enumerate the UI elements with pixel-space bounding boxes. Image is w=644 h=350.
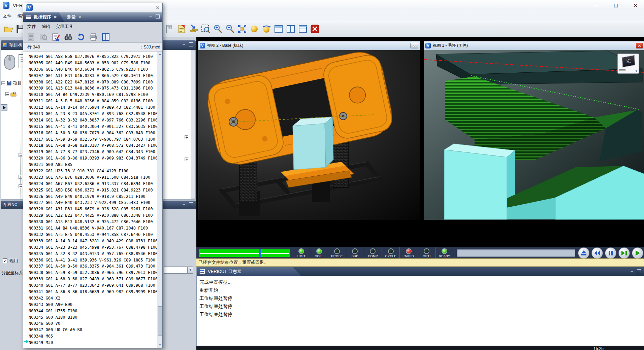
nc-code-line[interactable]: N00347 G00 U0 C0 A0 B0 <box>29 327 157 333</box>
menu-item[interactable]: 编辑 <box>41 24 50 30</box>
menu-item[interactable]: 文件 <box>3 13 11 19</box>
status-led-button[interactable]: CYCLE <box>382 247 399 258</box>
tree-node-setup[interactable] <box>5 92 17 97</box>
status-led-button[interactable]: SUB <box>346 247 364 258</box>
machine-view-close-button[interactable]: ✕ <box>410 43 418 48</box>
play-button[interactable] <box>632 247 643 259</box>
stock-view-close-button[interactable]: ✕ <box>636 43 643 48</box>
nc-code-line[interactable]: N00313 G01 A-23 B-23 U45.8701 V-893.768 … <box>29 111 157 117</box>
progress-position-marker[interactable] <box>259 249 261 257</box>
close-view-icon[interactable] <box>310 24 320 34</box>
nc-code-line[interactable]: N00335 G01 A-32 B-32 U43.0153 V-957.765 … <box>29 251 157 257</box>
nc-code-line[interactable]: N00306 G01 A40 B40 U43.6034 V-862.5 C79.… <box>29 66 157 73</box>
nc-code-line[interactable]: N00333 G01 A-14 B-14 U47.3281 V-949.429 … <box>29 238 157 244</box>
view-orientation-widget[interactable]: 左 ▼ <box>617 54 639 74</box>
nc-code-line[interactable]: N00341 G01 A-86 B-86 U18.6689 V-969.982 … <box>29 289 157 295</box>
split-pane-layout-icon[interactable] <box>298 24 308 34</box>
step-forward-button[interactable] <box>618 247 630 259</box>
panel-minimize-icon[interactable]: ─ <box>630 269 634 274</box>
nc-code-line[interactable]: N00309 G01 A13 B13 U48.8836 V-875.473 C8… <box>29 85 157 92</box>
orientation-plane-icon[interactable]: 左 <box>622 55 635 68</box>
tree-expand-icon[interactable] <box>185 158 188 161</box>
tree-expand-icon[interactable] <box>185 135 188 139</box>
close-button[interactable]: ✕ <box>631 3 641 9</box>
nc-code-line[interactable]: N00328 G01 A31 B31 U45.6679 V-926.528 C8… <box>29 206 157 212</box>
nc-code-line[interactable]: N00315 G01 A-41 B-41 U40.3064 V-901.327 … <box>29 124 157 130</box>
nc-code-line[interactable]: N00336 G01 A-41 B-41 U39.936 V-961.326 C… <box>29 257 157 264</box>
nc-code-line[interactable]: N00344 G01 U755 F100 <box>29 308 157 314</box>
nc-code-line[interactable]: N00349 M30 <box>29 340 157 346</box>
zoom-window-icon[interactable] <box>201 24 211 34</box>
zoom-in-icon[interactable] <box>213 24 223 34</box>
nc-code-line[interactable]: N00304 G01 A58 B58 U37.0076 V-855.822 C7… <box>29 54 157 60</box>
nc-scrollbar[interactable]: ▲ ▼ <box>157 51 162 348</box>
scroll-up-icon[interactable]: ▲ <box>157 51 163 57</box>
nc-code-line[interactable]: N00343 G00 A90 B90 <box>29 302 157 308</box>
nc-listing-area[interactable]: N00304 G01 A58 B58 U37.0076 V-855.822 C7… <box>23 51 162 348</box>
machine-view-canvas[interactable] <box>198 50 420 220</box>
nc-code-line[interactable]: N00338 G01 A-59 B-59 U32.3086 V-966.796 … <box>29 270 157 276</box>
shade-view-icon[interactable] <box>249 24 259 34</box>
nc-code-line[interactable]: N00346 G00 V0 <box>29 320 157 327</box>
tree-collapse-icon[interactable] <box>19 153 22 157</box>
nc-code-line[interactable]: N00323 G01 A76 B76 U28.3006 V-911.508 C8… <box>29 174 157 181</box>
panel-minimize-icon[interactable]: ─ <box>182 202 186 207</box>
tree-scrollbar[interactable] <box>191 50 195 199</box>
nc-code-line[interactable]: N00320 G01 A-86 B-86 U19.0393 V-909.983 … <box>29 155 157 162</box>
tab-close-icon[interactable]: ✕ <box>54 15 57 20</box>
scroll-down-icon[interactable]: ▼ <box>157 343 163 348</box>
orientation-slider[interactable] <box>619 69 625 71</box>
nc-code-line[interactable]: N00321 G00 A85 B85 <box>29 162 157 168</box>
log-tab[interactable]: VERICUT 日志器 <box>197 267 301 276</box>
nc-code-line[interactable]: N00348 M05 <box>29 333 157 340</box>
panel-minimize-icon[interactable]: ─ <box>182 42 186 47</box>
nc-code-line[interactable]: N00325 G01 A58 B58 U36.6372 V-915.821 C8… <box>29 187 157 194</box>
tab-minimize-icon[interactable]: ─ <box>148 14 153 19</box>
nc-code-line[interactable]: N00326 G01 A49 B49 U40.1979 V-918.9 C85.… <box>29 194 157 200</box>
nc-window-close-button[interactable]: ✕ <box>156 5 160 10</box>
tab-measure[interactable]: 测量 ✕ <box>64 12 89 22</box>
check-syntax-icon[interactable] <box>52 33 60 41</box>
nc-code-line[interactable]: N00307 G01 A31 B31 U46.0383 V-866.529 C8… <box>29 73 157 79</box>
nc-code-line[interactable]: N00311 G01 A-5 B-5 U48.8256 V-884.859 C8… <box>29 98 157 104</box>
nc-code-line[interactable]: N00339 G01 A-68 B-68 U27.9483 V-968.571 … <box>29 276 157 282</box>
two-column-view-icon[interactable] <box>101 33 110 41</box>
rewind-button[interactable] <box>591 247 603 259</box>
status-led-button[interactable]: READY <box>436 247 453 258</box>
status-led-button[interactable]: PROBE <box>328 247 346 258</box>
speed-slider-track[interactable] <box>457 249 575 257</box>
nc-code-line[interactable]: N00318 G01 A-68 B-68 U28.3187 V-908.572 … <box>29 142 157 149</box>
simulation-progress-bar[interactable] <box>199 249 290 257</box>
measure-caliper-icon[interactable] <box>164 24 174 34</box>
menu-item[interactable]: 文件 <box>27 24 36 30</box>
collapse-icon[interactable] <box>1 81 5 85</box>
tab-nc-program[interactable]: 数控程序 ✕ <box>23 12 64 22</box>
status-led-button[interactable]: COMP <box>364 247 382 258</box>
nc-code-line[interactable]: N00345 G00 A180 B180 <box>29 314 157 321</box>
open-folder-icon[interactable] <box>3 24 13 34</box>
panel-float-icon[interactable] <box>189 42 193 46</box>
stock-view-canvas[interactable]: 左 ▼ <box>424 50 644 220</box>
nc-code-line[interactable]: N00332 G01 A-5 B-5 U48.4553 V-944.858 C8… <box>29 232 157 238</box>
pause-button[interactable] <box>605 247 616 259</box>
nc-code-line[interactable]: N00337 G01 A-50 B-50 U36.3375 V-964.361 … <box>29 263 157 270</box>
nc-code-line[interactable]: N00327 G01 A40 B40 U43.233 V-922.499 C85… <box>29 200 157 206</box>
nc-code-line[interactable]: N00322 G01 U23.73 V-910.381 C84.4123 F10… <box>29 168 157 174</box>
tree-collapse-icon[interactable] <box>19 184 22 188</box>
two-pane-layout-icon[interactable] <box>286 24 296 34</box>
nc-code-line[interactable]: N00316 G01 A-50 B-50 U36.7079 V-904.362 … <box>29 130 157 136</box>
collapse-icon[interactable] <box>5 92 9 96</box>
panel-float-icon[interactable] <box>637 269 641 273</box>
single-pane-layout-icon[interactable] <box>273 24 284 34</box>
notes-page-icon[interactable] <box>176 24 187 34</box>
tab-float-icon[interactable] <box>156 14 160 19</box>
tree-run-button[interactable] <box>1 104 7 111</box>
menu-item[interactable]: 实用工具 <box>56 24 73 30</box>
nc-code-line[interactable]: N00330 G01 A13 B13 U48.5132 V-935.472 C8… <box>29 219 157 225</box>
nc-code-line[interactable]: N00334 G01 A-23 B-23 U45.4998 V-953.767 … <box>29 244 157 251</box>
tab-close-icon[interactable]: ✕ <box>78 15 82 20</box>
status-led-button[interactable]: LIMIT <box>292 247 310 258</box>
tree-expand-icon[interactable] <box>19 175 22 179</box>
reset-eject-button[interactable] <box>578 247 589 259</box>
nc-code-line[interactable]: N00305 G01 A49 B49 U40.5683 V-858.902 C7… <box>29 60 157 66</box>
